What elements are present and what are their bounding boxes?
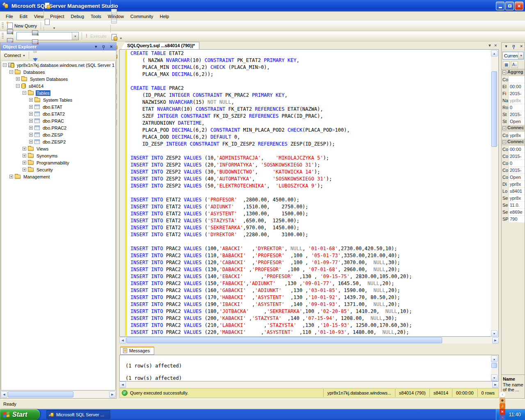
close-panel-icon[interactable]: ✕ <box>518 44 525 48</box>
splitter[interactable] <box>119 344 499 347</box>
property-row[interactable]: Fi2015- <box>502 90 525 97</box>
property-row[interactable]: Ro0 <box>502 104 525 111</box>
property-row[interactable]: St2015- <box>502 111 525 118</box>
group-collapse-icon[interactable]: − <box>502 71 506 74</box>
scrollbar-thumb[interactable] <box>491 363 497 368</box>
menu-item-debug[interactable]: Debug <box>68 13 87 20</box>
start-button[interactable]: Start <box>0 409 40 420</box>
tree-item[interactable]: +Synonyms <box>1 152 115 159</box>
disconnect-server-icon[interactable] <box>31 37 40 46</box>
menu-item-edit[interactable]: Edit <box>16 13 31 20</box>
property-row[interactable]: Co00:00 <box>502 146 525 153</box>
property-group-row[interactable]: −Connec <box>502 125 525 132</box>
new-xmla-query-icon[interactable] <box>43 1 52 10</box>
toolbar-overflow-icon[interactable]: ▾ <box>52 26 56 30</box>
property-group-row[interactable]: −Aggreg <box>502 69 525 76</box>
scroll-left-icon[interactable]: ◀ <box>119 381 126 388</box>
tree-item[interactable]: +Security <box>1 166 115 173</box>
tree-toggle-collapse-icon[interactable]: − <box>9 70 13 74</box>
tree-toggle-collapse-icon[interactable]: − <box>16 84 20 88</box>
scroll-right-icon[interactable]: ▶ <box>492 381 499 388</box>
tree-toggle-expand-icon[interactable]: + <box>29 140 33 144</box>
messages-tab[interactable]: Messages <box>120 347 154 355</box>
pin-icon[interactable] <box>99 46 108 48</box>
property-row[interactable]: Los8401 <box>502 188 525 195</box>
categorized-icon[interactable]: ▦ <box>503 61 510 68</box>
toolbar-grip[interactable] <box>1 33 4 39</box>
property-row[interactable]: SP790 <box>502 216 525 223</box>
tree-item[interactable]: +dbo.PRAC2 <box>1 124 115 131</box>
tree-toggle-expand-icon[interactable]: + <box>29 119 33 123</box>
group-collapse-icon[interactable]: − <box>502 126 506 130</box>
tree-item[interactable]: +Programmability <box>1 159 115 166</box>
database-combobox[interactable]: ▼ <box>16 32 79 40</box>
window-position-icon[interactable]: ▼ <box>503 44 510 48</box>
taskbar-item-ssms[interactable]: Microsoft SQL Server ... <box>46 410 110 419</box>
tree-item[interactable]: +System Databases <box>1 75 115 82</box>
property-row[interactable]: StOpen <box>502 118 525 125</box>
properties-object-dropdown[interactable]: Curren ▼ <box>502 52 524 59</box>
new-analysis-doc-icon[interactable] <box>43 18 52 27</box>
tray-network-error-icon[interactable]: ✕ <box>500 415 505 420</box>
tray-security-shield-icon[interactable]: ✕ <box>500 409 505 415</box>
close-panel-icon[interactable]: ✕ <box>108 45 114 49</box>
tree-item[interactable]: +dbo.PRAC <box>1 117 115 124</box>
property-row[interactable]: Coypr8x <box>502 132 525 139</box>
tree-item[interactable]: −Tables <box>1 89 115 96</box>
minimize-button[interactable] <box>496 2 504 10</box>
designer-icon[interactable] <box>110 16 119 25</box>
editor-hscrollbar[interactable]: ◀ ▶ <box>119 337 499 344</box>
toolbar-grip[interactable] <box>1 23 4 29</box>
menu-item-tools[interactable]: Tools <box>87 13 105 20</box>
results-to-text-icon[interactable] <box>110 32 119 41</box>
property-row[interactable]: Naypr8x <box>502 97 525 104</box>
toolbar-overflow-icon[interactable]: ▾ <box>119 37 123 40</box>
messages-hscrollbar[interactable]: ◀ ▶ <box>119 381 499 388</box>
tree-toggle-collapse-icon[interactable]: − <box>23 91 26 95</box>
messages-vscrollbar[interactable]: ▲ ▼ <box>491 356 498 381</box>
sql-editor[interactable]: CREATE TABLE ETAT2 ( NAZWA NVARCHAR(10) … <box>119 50 499 337</box>
property-row[interactable]: Diypr8x <box>502 181 525 188</box>
property-row[interactable]: Co2015- <box>502 167 525 174</box>
object-explorer-hscrollbar[interactable]: ◀ ▶ <box>1 391 116 398</box>
property-row[interactable]: Co <box>502 76 525 83</box>
scroll-up-icon[interactable]: ▲ <box>491 356 498 362</box>
close-document-icon[interactable]: ✕ <box>494 43 497 48</box>
connect-button[interactable]: Connect▼ <box>2 52 27 59</box>
tree-item[interactable]: −s84014 <box>1 82 115 89</box>
editor-vscrollbar[interactable]: ▲ ▼ <box>491 50 498 337</box>
scroll-up-icon[interactable]: ▲ <box>491 50 498 57</box>
scroll-down-icon[interactable]: ▼ <box>491 330 498 337</box>
messages-pane[interactable]: (1 row(s) affected)(1 row(s) affected) ▲… <box>119 355 499 381</box>
tree-toggle-expand-icon[interactable]: + <box>23 154 26 158</box>
tree-item[interactable]: −Databases <box>1 68 115 75</box>
menu-item-file[interactable]: File <box>2 13 16 20</box>
query-document-tab[interactable]: SQLQuery1.sql ...s84014 (790))* <box>121 42 199 49</box>
tree-item[interactable]: +dbo.ETAT2 <box>1 110 115 117</box>
scroll-right-icon[interactable]: ▶ <box>109 391 116 398</box>
tree-toggle-expand-icon[interactable]: + <box>29 133 33 137</box>
tray-collapse-chevron-icon[interactable]: ‹ <box>500 392 505 397</box>
scroll-left-icon[interactable]: ◀ <box>1 391 7 398</box>
object-explorer-tree[interactable]: −ypr8x1n7kj.database.windows.net (SQL Se… <box>1 62 116 390</box>
tree-item[interactable]: +dbo.ETAT <box>1 103 115 110</box>
tray-user-icon[interactable]: ☻ <box>500 397 505 403</box>
property-row[interactable]: Co0 <box>502 160 525 167</box>
scroll-right-icon[interactable]: ▶ <box>492 337 499 344</box>
property-row[interactable]: Se11.0. <box>502 202 525 209</box>
scrollbar-thumb[interactable] <box>126 337 442 343</box>
properties-grid[interactable]: −AggregCoEl00:00Fi2015-Naypr8xRo0St2015-… <box>502 69 525 223</box>
tree-item[interactable]: +dbo.ZESP2 <box>1 138 115 145</box>
tree-toggle-collapse-icon[interactable]: − <box>3 63 7 67</box>
change-connection-icon[interactable] <box>5 27 14 36</box>
execute-button[interactable]: ! Execute <box>83 32 109 41</box>
property-row[interactable]: CoOpen <box>502 174 525 181</box>
tree-toggle-expand-icon[interactable]: + <box>23 168 26 171</box>
menu-item-community[interactable]: Community <box>127 13 157 20</box>
tree-toggle-expand-icon[interactable]: + <box>29 112 33 116</box>
tree-item[interactable]: +Management <box>1 173 115 180</box>
property-row[interactable]: See869e <box>502 209 525 216</box>
tree-toggle-expand-icon[interactable]: + <box>29 126 33 130</box>
property-row[interactable]: Co2015- <box>502 153 525 160</box>
pin-icon[interactable] <box>509 45 518 47</box>
